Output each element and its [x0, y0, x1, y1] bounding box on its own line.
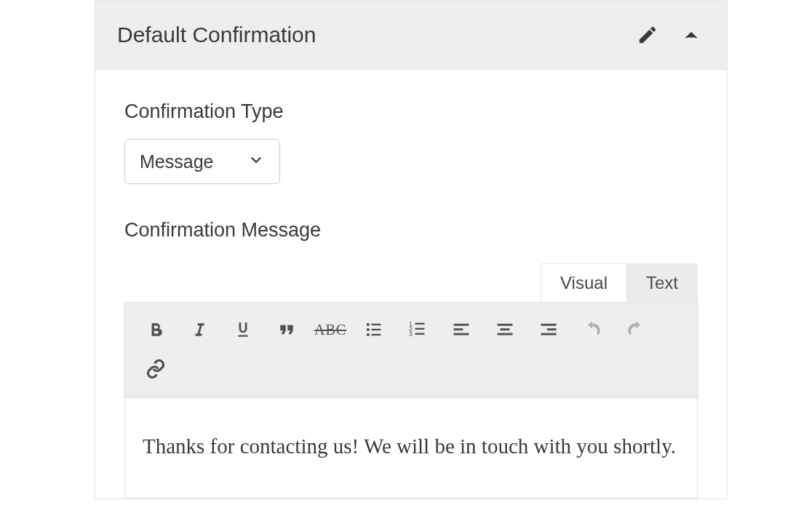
align-left-button[interactable]: [441, 311, 482, 348]
redo-button[interactable]: [616, 311, 656, 348]
svg-rect-16: [501, 328, 510, 330]
svg-rect-19: [547, 328, 557, 330]
svg-rect-18: [541, 324, 557, 326]
align-right-button[interactable]: [528, 311, 569, 348]
svg-rect-15: [498, 324, 513, 326]
italic-button[interactable]: [179, 311, 220, 348]
svg-point-0: [367, 323, 370, 326]
svg-rect-11: [415, 333, 425, 335]
undo-button[interactable]: [572, 311, 613, 348]
svg-point-1: [367, 328, 370, 331]
confirmation-type-label: Confirmation Type: [124, 100, 698, 123]
svg-rect-4: [372, 329, 381, 330]
tab-text[interactable]: Text: [626, 263, 698, 302]
svg-rect-13: [454, 328, 463, 330]
blockquote-button[interactable]: [266, 311, 307, 348]
svg-text:3: 3: [409, 331, 413, 338]
svg-point-2: [367, 333, 370, 336]
svg-rect-9: [415, 323, 425, 325]
svg-rect-17: [498, 333, 513, 335]
svg-rect-10: [415, 328, 425, 330]
confirmation-panel: Default Confirmation Confirmation Type M…: [95, 0, 728, 499]
numbered-list-button[interactable]: 123: [397, 311, 438, 348]
panel-title: Default Confirmation: [117, 23, 618, 47]
bold-button[interactable]: [135, 311, 176, 348]
confirmation-type-select[interactable]: Message: [124, 139, 280, 184]
link-button[interactable]: [135, 351, 176, 387]
svg-rect-3: [372, 324, 381, 325]
rich-text-editor: Visual Text ABC: [124, 263, 698, 498]
align-center-button[interactable]: [485, 311, 525, 348]
confirmation-message-label: Confirmation Message: [124, 219, 698, 242]
tab-visual[interactable]: Visual: [541, 263, 627, 302]
panel-header: Default Confirmation: [95, 1, 727, 70]
editor-tabs: Visual Text: [124, 263, 698, 302]
svg-rect-12: [454, 324, 469, 326]
editor-toolbar: ABC 123: [124, 302, 698, 397]
svg-rect-20: [541, 333, 557, 335]
editor-content[interactable]: Thanks for contacting us! We will be in …: [124, 397, 698, 498]
confirmation-type-select-wrapper: Message: [124, 139, 280, 184]
panel-body: Confirmation Type Message Confirmation M…: [95, 70, 727, 498]
collapse-icon[interactable]: [677, 21, 705, 49]
svg-rect-14: [454, 333, 469, 335]
bullet-list-button[interactable]: [354, 311, 394, 348]
strikethrough-button[interactable]: ABC: [310, 311, 351, 348]
svg-rect-5: [372, 334, 381, 335]
underline-button[interactable]: [223, 311, 263, 348]
edit-icon[interactable]: [634, 21, 661, 49]
